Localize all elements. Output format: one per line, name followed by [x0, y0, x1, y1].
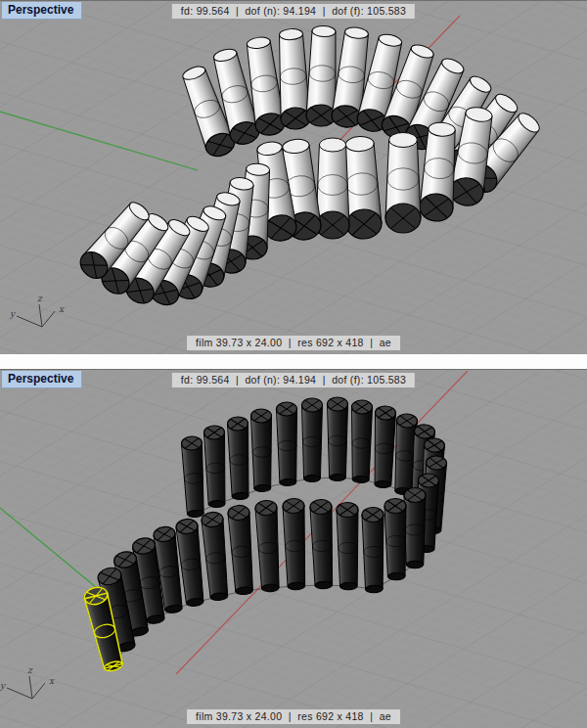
viewport-canvas-top[interactable]: yzx — [0, 1, 587, 355]
film-info-bar-top: film 39.73 x 24.00 | res 692 x 418 | ae — [187, 336, 400, 350]
cylinder[interactable] — [404, 488, 426, 569]
cylinder[interactable] — [337, 502, 360, 590]
app-window: yzx Perspective fd: 99.564 | dof (n): 94… — [0, 0, 587, 728]
viewport-canvas-bottom[interactable]: yzx — [0, 370, 587, 728]
cylinder[interactable] — [385, 133, 421, 234]
viewport-title-bottom[interactable]: Perspective — [2, 371, 82, 388]
camera-info-bar-top: fd: 99.564 | dof (n): 94.194 | dof (f): … — [172, 4, 415, 19]
film-info-bar-bottom: film 39.73 x 24.00 | res 692 x 418 | ae — [187, 709, 400, 724]
cylinder[interactable] — [250, 409, 272, 492]
cylinder[interactable] — [328, 397, 348, 481]
cylinder[interactable] — [384, 498, 407, 580]
viewport-bottom[interactable]: yzx Perspective fd: 99.564 | dof (n): 94… — [0, 369, 587, 728]
panel-divider — [0, 354, 587, 369]
cylinder[interactable] — [350, 400, 372, 483]
camera-info-bar-bottom: fd: 99.564 | dof (n): 94.194 | dof (f): … — [172, 373, 415, 387]
cylinder[interactable] — [276, 402, 297, 486]
viewport-title-top[interactable]: Perspective — [2, 2, 82, 20]
cylinder[interactable] — [302, 398, 323, 482]
cylinder[interactable] — [362, 507, 385, 593]
viewport-top[interactable]: yzx Perspective fd: 99.564 | dof (n): 94… — [0, 0, 587, 354]
